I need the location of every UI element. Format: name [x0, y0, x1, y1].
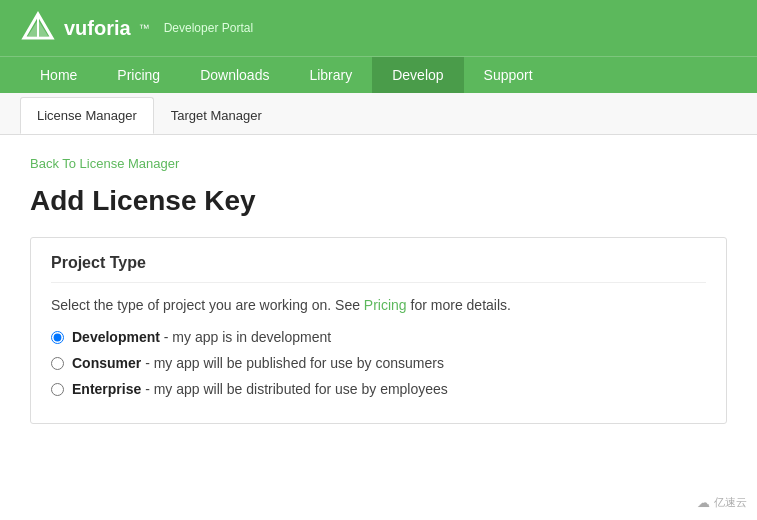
watermark-icon: ☁ — [697, 495, 710, 510]
main-nav: Home Pricing Downloads Library Develop S… — [0, 56, 757, 93]
radio-option-development: Development - my app is in development — [51, 329, 706, 345]
logo-trademark: ™ — [139, 22, 150, 34]
radio-label-enterprise[interactable]: Enterprise - my app will be distributed … — [72, 381, 448, 397]
radio-text-enterprise: - my app will be distributed for use by … — [145, 381, 448, 397]
logo-subtitle: Developer Portal — [164, 21, 253, 35]
radio-option-consumer: Consumer - my app will be published for … — [51, 355, 706, 371]
header: vuforia™ Developer Portal — [0, 0, 757, 56]
back-link[interactable]: Back To License Manager — [30, 156, 179, 171]
page-title: Add License Key — [30, 185, 727, 217]
radio-enterprise[interactable] — [51, 383, 64, 396]
radio-bold-development: Development — [72, 329, 160, 345]
nav-item-pricing[interactable]: Pricing — [97, 57, 180, 93]
project-type-box: Project Type Select the type of project … — [30, 237, 727, 424]
radio-label-development[interactable]: Development - my app is in development — [72, 329, 331, 345]
radio-bold-consumer: Consumer — [72, 355, 141, 371]
radio-development[interactable] — [51, 331, 64, 344]
project-type-description: Select the type of project you are worki… — [51, 297, 706, 313]
logo-brand: vuforia — [64, 17, 131, 40]
desc-text-before: Select the type of project you are worki… — [51, 297, 364, 313]
pricing-link[interactable]: Pricing — [364, 297, 407, 313]
radio-bold-enterprise: Enterprise — [72, 381, 141, 397]
watermark: ☁ 亿速云 — [697, 495, 747, 510]
desc-text-after: for more details. — [407, 297, 511, 313]
nav-item-support[interactable]: Support — [464, 57, 553, 93]
nav-item-library[interactable]: Library — [289, 57, 372, 93]
subnav: License Manager Target Manager — [0, 93, 757, 135]
nav-item-downloads[interactable]: Downloads — [180, 57, 289, 93]
subnav-item-target-manager[interactable]: Target Manager — [154, 97, 279, 134]
watermark-text: 亿速云 — [714, 495, 747, 510]
radio-option-enterprise: Enterprise - my app will be distributed … — [51, 381, 706, 397]
project-type-title: Project Type — [51, 254, 706, 283]
content-area: Back To License Manager Add License Key … — [0, 135, 757, 444]
radio-label-consumer[interactable]: Consumer - my app will be published for … — [72, 355, 444, 371]
subnav-item-license-manager[interactable]: License Manager — [20, 97, 154, 134]
radio-consumer[interactable] — [51, 357, 64, 370]
logo-area: vuforia™ Developer Portal — [20, 10, 253, 46]
logo-icon — [20, 10, 56, 46]
radio-text-consumer: - my app will be published for use by co… — [145, 355, 444, 371]
nav-item-develop[interactable]: Develop — [372, 57, 463, 93]
nav-item-home[interactable]: Home — [20, 57, 97, 93]
radio-text-development: - my app is in development — [164, 329, 331, 345]
